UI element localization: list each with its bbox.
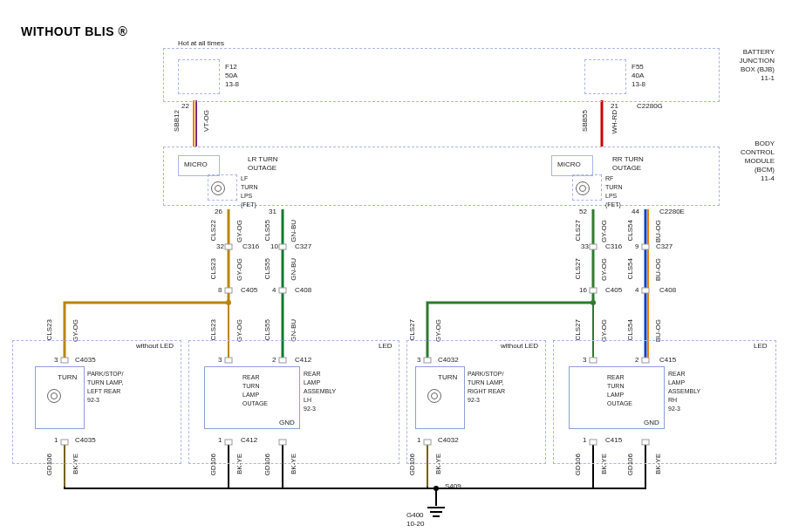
wire-gyog-d: GY-OG — [600, 258, 609, 281]
svg-point-15 — [226, 300, 231, 305]
wire-bkye-b: BK-YE — [236, 454, 244, 474]
lamp-icon-rf — [576, 181, 590, 195]
svg-rect-27 — [225, 288, 232, 293]
wire-sbb12: SBB12 — [173, 110, 181, 132]
pin-4a: 4 — [272, 286, 276, 295]
pin-16: 16 — [579, 286, 587, 295]
wire-cls23b: CLS23 — [45, 319, 54, 340]
wire-cls55c: CLS55 — [263, 319, 272, 340]
gnd-rh: GND — [644, 419, 659, 427]
conn-c405-r: C405 — [605, 286, 622, 295]
ps-right: PARK/STOP/TURN LAMP,RIGHT REAR92-3 — [468, 370, 505, 405]
micro-left-label: MICRO — [184, 160, 208, 169]
wire-cls55a: CLS55 — [263, 220, 272, 241]
wire-buog-b: BU-OG — [654, 258, 663, 281]
fuse-f55 — [584, 59, 626, 94]
wire-bkye-c: BK-YE — [290, 454, 298, 474]
conn-c408-r: C408 — [659, 286, 676, 295]
pin-32: 32 — [216, 242, 224, 251]
label-hot: Hot at all times — [178, 39, 224, 48]
pin-c412-2: 2 — [272, 356, 276, 365]
g400: G400 — [406, 511, 424, 520]
wire-gnbu-a: GN-BU — [290, 220, 298, 242]
pin-52: 52 — [579, 208, 587, 216]
pin-c4032-3: 3 — [417, 356, 420, 365]
wire-bkye-f: BK-YE — [654, 454, 663, 474]
svg-rect-26 — [642, 244, 649, 249]
micro-right-label: MICRO — [557, 160, 581, 169]
rear-asm-rh: REARLAMPASSEMBLYRH92-3 — [668, 370, 700, 413]
lamp-icon-left — [47, 389, 61, 403]
wire-gnbu-c: GN-BU — [290, 319, 298, 342]
lamp-icon-lf — [211, 181, 225, 195]
bcm-name: BODYCONTROLMODULE(BCM)11-4 — [741, 140, 775, 183]
wire-cls54a: CLS54 — [626, 220, 635, 241]
rear-outage-rh-label: REARTURNLAMPOUTAGE — [607, 373, 632, 408]
wire-buog-a: BU-OG — [654, 220, 663, 242]
gnd-lh: GND — [279, 419, 295, 427]
pin-8: 8 — [218, 286, 222, 295]
wire-gd106-c: GD106 — [263, 454, 272, 475]
svg-point-18 — [591, 300, 596, 305]
ps-left: PARK/STOP/TURN LAMP,LEFT REAR92-3 — [87, 370, 124, 405]
conn-c415: C415 — [659, 356, 676, 365]
wire-cls27c: CLS27 — [408, 319, 417, 340]
f55-label: F5540A13-8 — [632, 63, 645, 89]
wire-gd106-a: GD106 — [45, 454, 54, 475]
label-noled-left: without LED — [136, 342, 174, 351]
wire-cls55b: CLS55 — [263, 258, 272, 279]
conn-c327-l: C327 — [295, 242, 311, 251]
svg-rect-25 — [590, 244, 597, 249]
wire-bkye-d: BK-YE — [434, 454, 443, 474]
conn-c408-l: C408 — [295, 286, 311, 295]
wire-bkye-e: BK-YE — [600, 454, 609, 474]
bjb-name: BATTERYJUNCTIONBOX (BJB)11-1 — [740, 48, 775, 83]
pin-33: 33 — [581, 242, 589, 251]
wire-buog-c: BU-OG — [654, 319, 663, 342]
conn-c4035: C4035 — [75, 356, 96, 365]
wire-gyog-a: GY-OG — [236, 220, 244, 242]
lf-fet-label: LFTURNLPS(FET) — [241, 174, 257, 209]
wire-sbb55: SBB55 — [581, 110, 590, 132]
wire-gd106-b: GD106 — [209, 454, 218, 475]
svg-rect-23 — [225, 244, 232, 249]
splice-s409: S409 — [445, 482, 461, 491]
conn-c316-r: C316 — [605, 242, 622, 251]
wire-gd106-e: GD106 — [574, 454, 583, 475]
wire-cls54c: CLS54 — [626, 319, 635, 340]
svg-rect-29 — [590, 288, 597, 293]
rear-outage-lh-label: REARTURNLAMPOUTAGE — [242, 373, 268, 408]
wire-cls22a: CLS22 — [209, 220, 218, 241]
pin-c415-3: 3 — [583, 356, 586, 365]
pin-4b: 4 — [635, 286, 638, 295]
wire-cls27b: CLS27 — [574, 258, 583, 279]
wire-vtog: VT-OG — [202, 110, 211, 132]
turn-left-label: TURN — [58, 373, 77, 382]
pin-44: 44 — [632, 208, 639, 216]
wire-cls23c: CLS23 — [209, 319, 218, 340]
pin-22: 22 — [181, 102, 189, 111]
pin-c415-2: 2 — [635, 356, 638, 365]
conn-c4032b: C4032 — [438, 436, 459, 445]
wire-gd106-f: GD106 — [626, 454, 635, 475]
fuse-f12 — [178, 59, 220, 94]
wire-cls27a: CLS27 — [574, 220, 583, 241]
label-led-left: LED — [379, 342, 393, 351]
pin-c415-1: 1 — [583, 436, 586, 445]
conn-c412b: C412 — [241, 436, 257, 445]
pin-c412-1: 1 — [218, 436, 222, 445]
f12-label: F1250A13-8 — [225, 63, 239, 89]
label-led-right: LED — [754, 342, 768, 351]
pin-c412-3: 3 — [218, 356, 222, 365]
wire-cls23-a: CLS23 — [209, 258, 218, 279]
turn-right-label: TURN — [438, 373, 457, 382]
lr-turn-outage: LR TURNOUTAGE — [248, 155, 278, 173]
wire-cls54b: CLS54 — [626, 258, 635, 279]
wire-gyog-f: GY-OG — [236, 319, 244, 342]
wire-gyog-e: GY-OG — [72, 319, 80, 342]
rr-turn-outage: RR TURNOUTAGE — [612, 155, 644, 173]
wire-gyog-g: GY-OG — [434, 319, 443, 342]
pin-31: 31 — [269, 208, 277, 216]
wire-bkye-a: BK-YE — [72, 454, 80, 474]
pin-c4035-3: 3 — [54, 356, 58, 365]
